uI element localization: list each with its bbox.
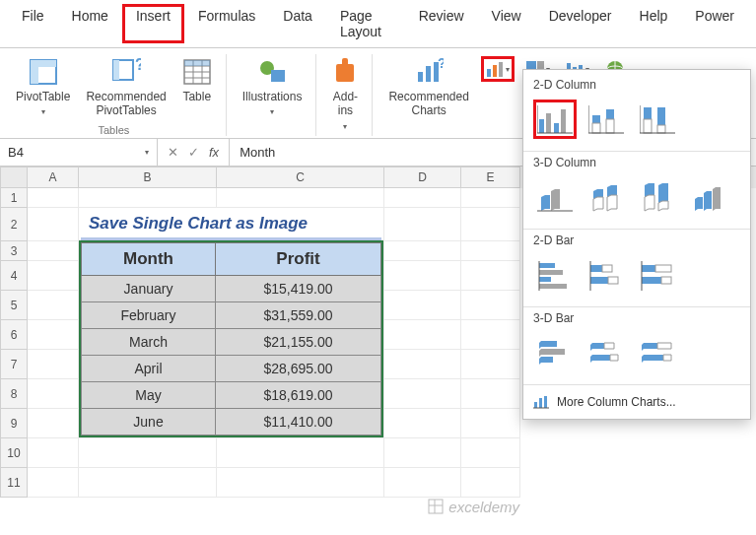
cell[interactable] bbox=[28, 291, 79, 320]
cell-month[interactable]: April bbox=[82, 356, 216, 382]
cell-month[interactable]: May bbox=[82, 382, 216, 409]
row-header[interactable]: 8 bbox=[0, 379, 28, 409]
more-column-charts[interactable]: More Column Charts... bbox=[523, 389, 750, 415]
name-box[interactable]: B4 ▾ bbox=[0, 139, 158, 166]
row-header[interactable]: 5 bbox=[0, 291, 28, 320]
cell[interactable] bbox=[461, 188, 520, 208]
menu-formulas[interactable]: Formulas bbox=[184, 4, 269, 43]
cell[interactable] bbox=[461, 241, 520, 261]
cell[interactable] bbox=[384, 468, 461, 498]
fx-icon[interactable]: fx bbox=[207, 145, 221, 160]
cell[interactable] bbox=[384, 291, 461, 320]
cell[interactable] bbox=[79, 188, 217, 208]
cell[interactable] bbox=[384, 241, 461, 261]
cell[interactable] bbox=[461, 409, 520, 438]
cell[interactable] bbox=[384, 188, 461, 208]
percent-stacked-column-2d[interactable] bbox=[636, 100, 679, 139]
cell[interactable] bbox=[461, 261, 520, 291]
cell[interactable] bbox=[461, 350, 520, 379]
cell-month[interactable]: January bbox=[82, 276, 216, 302]
column-3d[interactable] bbox=[687, 177, 730, 217]
addins-button[interactable]: Add- ins▾ bbox=[326, 54, 364, 136]
cell[interactable] bbox=[461, 468, 520, 498]
cell[interactable] bbox=[28, 438, 79, 468]
cell-profit[interactable]: $21,155.00 bbox=[216, 329, 381, 356]
clustered-bar-2d[interactable] bbox=[533, 255, 577, 295]
menu-developer[interactable]: Developer bbox=[535, 4, 626, 43]
cell-profit[interactable]: $15,419.00 bbox=[216, 276, 381, 302]
cell[interactable] bbox=[28, 320, 79, 350]
column-chart-dropdown[interactable]: ▾ bbox=[481, 56, 515, 82]
cell[interactable] bbox=[28, 468, 79, 498]
row-header[interactable]: 6 bbox=[0, 320, 28, 350]
cell[interactable] bbox=[384, 379, 461, 409]
row-header[interactable]: 3 bbox=[0, 241, 28, 261]
cell[interactable] bbox=[384, 350, 461, 379]
cell[interactable] bbox=[217, 438, 384, 468]
clustered-column-2d[interactable] bbox=[533, 100, 577, 139]
percent-stacked-bar-2d[interactable] bbox=[636, 255, 679, 295]
cell[interactable] bbox=[28, 208, 79, 241]
select-all-corner[interactable] bbox=[0, 167, 28, 188]
cell[interactable] bbox=[28, 188, 79, 208]
cell[interactable] bbox=[217, 188, 384, 208]
cell-profit[interactable]: $18,619.00 bbox=[216, 382, 381, 409]
recommended-charts-button[interactable]: ? Recommended Charts bbox=[382, 54, 474, 122]
table-header-month[interactable]: Month bbox=[82, 243, 216, 276]
cell[interactable] bbox=[28, 409, 79, 438]
cell[interactable] bbox=[79, 468, 217, 498]
cell[interactable] bbox=[384, 409, 461, 438]
col-header-e[interactable]: E bbox=[461, 167, 520, 188]
stacked-column-2d[interactable] bbox=[584, 100, 628, 139]
menu-help[interactable]: Help bbox=[626, 4, 682, 43]
cell[interactable] bbox=[28, 261, 79, 291]
cancel-icon[interactable]: ✕ bbox=[166, 145, 180, 160]
illustrations-button[interactable]: Illustrations▾ bbox=[237, 54, 309, 122]
col-header-a[interactable]: A bbox=[28, 167, 79, 188]
cell[interactable] bbox=[461, 291, 520, 320]
cell[interactable] bbox=[384, 438, 461, 468]
menu-power[interactable]: Power bbox=[681, 4, 748, 43]
table-header-profit[interactable]: Profit bbox=[216, 243, 381, 276]
stacked-bar-2d[interactable] bbox=[584, 255, 628, 295]
cell[interactable] bbox=[461, 208, 520, 241]
row-header[interactable]: 11 bbox=[0, 468, 28, 498]
recommended-pivottables-button[interactable]: ? Recommended PivotTables bbox=[80, 54, 172, 122]
cell[interactable] bbox=[217, 468, 384, 498]
row-header[interactable]: 1 bbox=[0, 188, 28, 208]
cell[interactable] bbox=[28, 379, 79, 409]
enter-icon[interactable]: ✓ bbox=[186, 145, 201, 160]
menu-insert[interactable]: Insert bbox=[122, 4, 184, 43]
cell-profit[interactable]: $31,559.00 bbox=[216, 302, 381, 329]
menu-file[interactable]: File bbox=[8, 4, 58, 43]
cell[interactable] bbox=[461, 379, 520, 409]
col-header-b[interactable]: B bbox=[79, 167, 217, 188]
stacked-bar-3d[interactable] bbox=[584, 333, 628, 372]
cell-month[interactable]: June bbox=[82, 409, 216, 435]
cell[interactable] bbox=[384, 261, 461, 291]
menu-home[interactable]: Home bbox=[58, 4, 122, 43]
clustered-column-3d[interactable] bbox=[533, 177, 577, 217]
table-button[interactable]: Table bbox=[176, 54, 218, 107]
cell[interactable] bbox=[384, 208, 461, 241]
menu-data[interactable]: Data bbox=[269, 4, 326, 43]
row-header[interactable]: 7 bbox=[0, 350, 28, 379]
cell-profit[interactable]: $11,410.00 bbox=[216, 409, 381, 435]
row-header[interactable]: 9 bbox=[0, 409, 28, 438]
percent-stacked-bar-3d[interactable] bbox=[636, 333, 679, 372]
row-header[interactable]: 2 bbox=[0, 208, 28, 241]
cell[interactable] bbox=[79, 438, 217, 468]
pivottable-button[interactable]: PivotTable▾ bbox=[10, 54, 76, 122]
clustered-bar-3d[interactable] bbox=[533, 333, 577, 372]
menu-view[interactable]: View bbox=[478, 4, 535, 43]
row-header[interactable]: 10 bbox=[0, 438, 28, 468]
row-header[interactable]: 4 bbox=[0, 261, 28, 291]
stacked-column-3d[interactable] bbox=[584, 177, 628, 217]
cell[interactable] bbox=[384, 320, 461, 350]
col-header-c[interactable]: C bbox=[217, 167, 384, 188]
menu-review[interactable]: Review bbox=[405, 4, 478, 43]
cell-title[interactable]: Save Single Chart as Image bbox=[79, 208, 384, 241]
cell-month[interactable]: March bbox=[82, 329, 216, 356]
cell[interactable] bbox=[461, 320, 520, 350]
menu-page-layout[interactable]: Page Layout bbox=[326, 4, 405, 43]
